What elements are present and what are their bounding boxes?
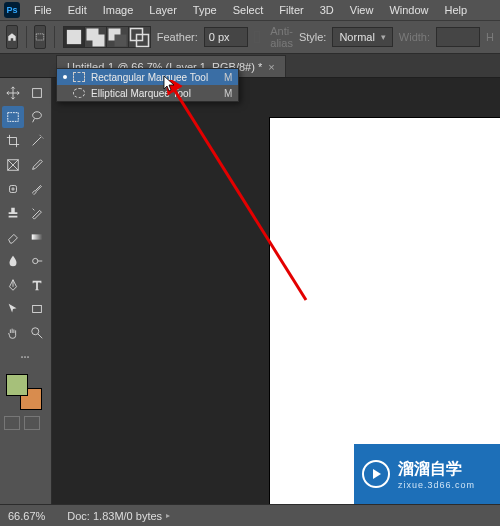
play-icon	[362, 460, 390, 488]
menu-type[interactable]: Type	[185, 2, 225, 18]
home-icon	[7, 32, 17, 42]
menu-view[interactable]: View	[342, 2, 382, 18]
ellipse-marquee-icon	[73, 88, 85, 98]
mouse-cursor-icon	[163, 75, 177, 93]
brush-tool[interactable]	[26, 178, 48, 200]
menu-3d[interactable]: 3D	[312, 2, 342, 18]
flyout-item-label: Elliptical Marquee Tool	[91, 88, 208, 99]
home-button[interactable]	[6, 25, 18, 49]
move-tool[interactable]	[2, 82, 24, 104]
hand-tool[interactable]	[2, 322, 24, 344]
wand-tool[interactable]	[26, 130, 48, 152]
main-area: ···	[0, 78, 500, 504]
menu-file[interactable]: File	[26, 2, 60, 18]
intersect-selection-button[interactable]	[129, 26, 151, 48]
eyedropper-tool[interactable]	[26, 154, 48, 176]
style-value: Normal	[339, 31, 374, 43]
close-tab-button[interactable]: ×	[268, 61, 274, 73]
flyout-shortcut: M	[224, 88, 232, 99]
crop-tool[interactable]	[2, 130, 24, 152]
status-bar: 66.67% Doc: 1.83M/0 bytes ▸	[0, 504, 500, 526]
tool-preset-button[interactable]	[34, 25, 46, 49]
flyout-shortcut: M	[224, 72, 232, 83]
zoom-tool[interactable]	[26, 322, 48, 344]
svg-rect-0	[37, 34, 44, 40]
rect-marquee-icon	[73, 72, 85, 82]
lasso-tool[interactable]	[26, 106, 48, 128]
flyout-elliptical-marquee[interactable]: Elliptical Marquee Tool M	[57, 85, 238, 101]
new-selection-icon	[64, 27, 84, 47]
watermark-subtitle: zixue.3d66.com	[398, 480, 475, 490]
type-tool[interactable]	[26, 274, 48, 296]
subtract-selection-icon	[107, 27, 128, 48]
blur-tool[interactable]	[2, 250, 24, 272]
flyout-rectangular-marquee[interactable]: Rectangular Marquee Tool M	[57, 69, 238, 85]
quickmask-button[interactable]	[4, 416, 20, 430]
foreground-swatch[interactable]	[6, 374, 28, 396]
eraser-tool[interactable]	[2, 226, 24, 248]
watermark-badge: 溜溜自学 zixue.3d66.com	[354, 444, 500, 504]
style-select[interactable]: Normal ▾	[332, 27, 392, 47]
healing-tool[interactable]	[2, 178, 24, 200]
menu-help[interactable]: Help	[437, 2, 476, 18]
style-label: Style:	[299, 31, 327, 43]
path-select-tool[interactable]	[2, 298, 24, 320]
marquee-tool[interactable]	[2, 106, 24, 128]
shape-tool[interactable]	[26, 298, 48, 320]
selected-indicator-icon	[63, 75, 67, 79]
frame-tool[interactable]	[2, 154, 24, 176]
selection-mode-group	[63, 26, 151, 48]
edit-toolbar-button[interactable]: ···	[2, 346, 48, 368]
marquee-icon	[35, 32, 45, 42]
gradient-tool[interactable]	[26, 226, 48, 248]
add-selection-button[interactable]	[85, 26, 107, 48]
toolbox: ···	[0, 78, 52, 504]
menu-edit[interactable]: Edit	[60, 2, 95, 18]
width-field	[436, 27, 480, 47]
width-label: Width:	[399, 31, 430, 43]
svg-point-13	[33, 258, 38, 263]
options-bar: Feather: 0 px Anti-alias Style: Normal ▾…	[0, 20, 500, 54]
svg-rect-9	[8, 113, 19, 122]
menu-filter[interactable]: Filter	[271, 2, 311, 18]
menu-window[interactable]: Window	[381, 2, 436, 18]
pen-tool[interactable]	[2, 274, 24, 296]
feather-label: Feather:	[157, 31, 198, 43]
menu-image[interactable]: Image	[95, 2, 142, 18]
zoom-level[interactable]: 66.67%	[8, 510, 45, 522]
menu-bar: Ps File Edit Image Layer Type Select Fil…	[0, 0, 500, 20]
chevron-down-icon: ▾	[381, 32, 386, 42]
menu-layer[interactable]: Layer	[141, 2, 185, 18]
chevron-right-icon[interactable]: ▸	[166, 511, 170, 520]
app-logo: Ps	[4, 2, 20, 18]
antialias-label: Anti-alias	[270, 25, 293, 49]
screenmode-button[interactable]	[24, 416, 40, 430]
svg-rect-5	[114, 34, 126, 46]
antialias-checkbox	[254, 31, 261, 43]
dodge-tool[interactable]	[26, 250, 48, 272]
intersect-selection-icon	[129, 27, 150, 48]
marquee-flyout-menu: Rectangular Marquee Tool M Elliptical Ma…	[56, 68, 239, 102]
color-swatches[interactable]	[6, 374, 42, 410]
menu-select[interactable]: Select	[225, 2, 272, 18]
svg-point-15	[32, 328, 39, 335]
doc-size-label: Doc: 1.83M/0 bytes	[67, 510, 162, 522]
watermark-title: 溜溜自学	[398, 459, 475, 480]
svg-rect-3	[92, 34, 104, 46]
subtract-selection-button[interactable]	[107, 26, 129, 48]
feather-field[interactable]: 0 px	[204, 27, 248, 47]
canvas-area[interactable]	[52, 78, 500, 504]
svg-rect-8	[33, 89, 42, 98]
flyout-item-label: Rectangular Marquee Tool	[91, 72, 208, 83]
svg-rect-14	[33, 306, 42, 313]
add-selection-icon	[85, 27, 106, 48]
svg-rect-12	[32, 234, 43, 239]
history-brush-tool[interactable]	[26, 202, 48, 224]
artboard-tool[interactable]	[26, 82, 48, 104]
stamp-tool[interactable]	[2, 202, 24, 224]
new-selection-button[interactable]	[63, 26, 85, 48]
svg-rect-1	[67, 30, 81, 44]
height-label: H	[486, 31, 494, 43]
